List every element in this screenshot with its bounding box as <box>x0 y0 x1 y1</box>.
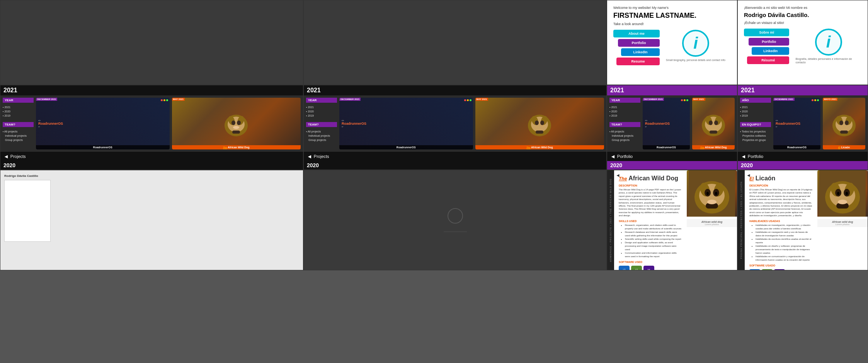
card-name-dog-2: The African Wild Dog <box>475 145 604 149</box>
dot-yellow-1 <box>163 99 165 101</box>
dot-red-1 <box>161 99 163 101</box>
roadrunner-logo-4: <> RoadrunnerOS ↩ <box>776 119 800 128</box>
licaon-card-4[interactable]: MAYO 2021 Él Licaón <box>823 98 865 149</box>
report-software-label-en: SOFTWARE USED <box>619 261 682 263</box>
back-arrow-port-4[interactable]: ◄ <box>741 153 746 159</box>
panel-r1-c2 <box>303 0 607 85</box>
software-row-es: LOWriter LODraw Inkscape <box>749 269 813 270</box>
team-filter-label-2: TEAM? <box>306 122 337 127</box>
window-dots-4 <box>812 99 819 101</box>
svg-point-4 <box>231 120 235 125</box>
roadrunner-card-3[interactable]: <> RoadrunnerOS ↩ DECEMBER 2021 Roadrunn… <box>643 98 690 149</box>
hero-tagline-en: Take a look around! <box>613 22 731 26</box>
report-desc-text-en: The African Wild Dog is a 14-page PDF re… <box>619 188 682 217</box>
card-name-dog-label-1: African Wild Dog <box>228 146 249 149</box>
linkedin-button-en[interactable]: LinkedIn <box>621 48 660 56</box>
report-desc-label-es: DESCRIPCIÓN <box>749 184 813 187</box>
dog-face-3 <box>692 98 735 149</box>
card-date-2: DECEMBER 2021 <box>339 98 361 101</box>
dog-image-en <box>687 170 737 217</box>
card-date-dog-1: MAY 2021 <box>172 98 185 101</box>
card-name-licaon-4: Él Licaón <box>823 145 865 149</box>
svg-rect-16 <box>536 131 543 134</box>
about-me-button-es[interactable]: Sobre mí <box>744 29 789 36</box>
report-title-es: El Licaón <box>749 175 813 182</box>
back-arrow-proj-2[interactable]: ◄ <box>307 153 312 159</box>
year-list-3: • 2021 • 2020 • 2019 <box>609 105 640 118</box>
svg-point-22 <box>714 120 718 125</box>
section-title-port-4: Portfolio <box>748 154 763 159</box>
report-skills-label-es: HABILIDADES USADAS <box>749 220 813 222</box>
info-caption-en: Small biography, personal details and co… <box>666 58 725 62</box>
window-dots-1 <box>161 99 168 101</box>
section-title-proj-1: Projects <box>10 154 26 159</box>
african-wild-dog-card-2[interactable]: MAY 2021 The African Wild Dog <box>475 98 604 149</box>
dot-green-1 <box>166 99 168 101</box>
year-2020-header-1: 2020 <box>0 161 303 170</box>
resume-button-en[interactable]: Resume <box>616 58 660 65</box>
report-panel-en: HOMEPAGE • PROJECTS • 2021 • THE AFRICAN… <box>607 170 737 270</box>
resume-button-es[interactable]: Résumé <box>747 56 789 64</box>
year-2021-header-3: 2021 <box>607 85 737 95</box>
hero-name-en: FIRSTNAME LASTNAME. <box>613 12 731 20</box>
svg-point-43 <box>706 192 709 195</box>
back-arrow-port-3[interactable]: ◄ <box>610 153 616 159</box>
report-skills-label-en: SKILLS USED <box>619 220 682 222</box>
report-back-arrow-es[interactable]: ◄ <box>746 173 751 178</box>
year-filter-label-3: YEAR <box>609 98 640 103</box>
card-name-4: RoadrunnerOS <box>773 145 820 149</box>
svg-point-14 <box>540 120 544 125</box>
card-date-dog-3: MAY 2021 <box>692 98 705 101</box>
report-panel-es: PÁGINA PRINCIPAL • PROYECTOS • 2021 • EL… <box>737 170 868 270</box>
svg-point-55 <box>837 192 839 195</box>
african-wild-dog-card-3[interactable]: MAY 2021 The African Wild Dog <box>692 98 735 149</box>
dot-yellow-2 <box>467 99 469 101</box>
roadrunner-card-4[interactable]: <> RoadrunnerOS ↩ DICIEMBRE 2021 Roadrun… <box>773 98 820 149</box>
about-me-button-en[interactable]: About me <box>613 30 660 37</box>
card-name-3: RoadrunnerOS <box>643 145 690 149</box>
svg-point-8 <box>233 126 239 129</box>
back-arrow-proj-1[interactable]: ◄ <box>3 153 9 159</box>
svg-point-56 <box>846 192 848 195</box>
sw-draw-en: LODraw <box>631 266 642 270</box>
roadrunner-card-1[interactable]: <> RoadrunnerOS ↩ DECEMBER 2021 Roadrunn… <box>36 98 170 149</box>
linkedin-button-es[interactable]: LinkedIn <box>752 47 789 55</box>
team-list-2: • All projects Individual projects Group… <box>306 129 337 142</box>
sw-draw-es: LODraw <box>762 269 773 270</box>
hero-panel-english: Welcome to my website! My name's FIRSTNA… <box>607 0 737 85</box>
svg-point-42 <box>707 200 717 204</box>
year-2020-header-4: 2020 <box>738 161 868 170</box>
roadrunner-logo-2: <> RoadrunnerOS ↩ <box>342 119 366 128</box>
card-date-4: DICIEMBRE 2021 <box>773 98 795 101</box>
portfolio-button-es[interactable]: Portfolio <box>749 38 789 46</box>
roadrunner-card-2[interactable]: <> RoadrunnerOS ↩ DECEMBER 2021 Roadrunn… <box>339 98 473 149</box>
window-dots-2 <box>464 99 471 101</box>
svg-point-15 <box>536 126 543 131</box>
african-wild-dog-card-1[interactable]: MAY 2021 The African Wild Dog <box>172 98 301 149</box>
hero-name-es: Rodrigo Dávila Castillo. <box>744 12 861 19</box>
portfolio-button-en[interactable]: Portfolio <box>618 39 660 47</box>
year-2020-header-3: 2020 <box>607 161 737 170</box>
year-filter-label-2: YEAR <box>306 98 337 103</box>
year-list-1: • 2021 • 2020 • 2019 <box>3 105 34 118</box>
resume-name: Rodrigo Dávila Castillo <box>4 174 299 178</box>
year-filter-label-1: YEAR <box>3 98 34 103</box>
report-skills-list-es: Habilidades en investigación, organizaci… <box>749 224 813 262</box>
team-list-3: • All projects Individual projects Group… <box>609 129 640 142</box>
report-back-arrow-en[interactable]: ◄ <box>616 173 620 178</box>
info-icon-en: i <box>682 30 709 57</box>
dog-caption-en: African wild dog Lorem photos <box>687 219 737 227</box>
dog-face-2 <box>475 98 604 149</box>
sw-inkscape-en: Inkscape <box>643 266 654 270</box>
sw-inkscape-es: Inkscape <box>774 269 785 270</box>
svg-point-13 <box>535 120 539 125</box>
dog-image-es <box>817 170 868 217</box>
portfolio-panel-en: 2021 YEAR • 2021 • 2020 • 2019 TEAM? • A… <box>607 85 737 170</box>
svg-point-30 <box>845 120 849 125</box>
svg-point-29 <box>839 120 843 125</box>
year-list-4: • 2021 • 2020 • 2019 <box>740 105 771 118</box>
svg-point-21 <box>709 120 713 125</box>
year-list-2: • 2021 • 2020 • 2019 <box>306 105 337 118</box>
window-dots-3 <box>681 99 688 101</box>
report-desc-label-en: DESCRIPTION <box>619 184 682 187</box>
